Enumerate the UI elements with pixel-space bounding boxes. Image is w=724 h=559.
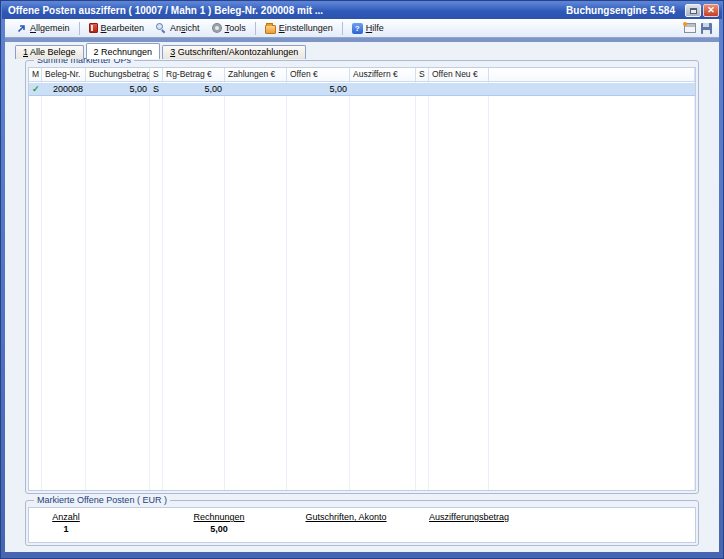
column-header-s2[interactable]: S — [416, 68, 429, 81]
tab-rechnungen[interactable]: 2 Rechnungen — [86, 43, 161, 59]
toolbar-button-einstellungen[interactable]: Einstellungen — [259, 22, 339, 35]
summary-auszifferungsbetrag-value — [417, 524, 521, 534]
save-icon[interactable] — [701, 23, 712, 34]
column-header-buchungsbetrag[interactable]: Buchungsbetrag € — [86, 68, 150, 81]
arrow-up-right-icon — [16, 23, 27, 34]
cell-offen: 5,00 — [287, 83, 350, 95]
cell-buchungsbetrag: 5,00 — [86, 83, 150, 95]
summary-gutschriften-akonto-value — [297, 524, 395, 534]
table-row-selected[interactable]: ✓ 200008 5,00 S 5,00 5,00 — [29, 83, 695, 96]
engine-version-label: Buchungsengine 5.584 — [566, 5, 675, 16]
column-header-rg-betrag[interactable]: Rg-Betrag € — [163, 68, 225, 81]
toolbar-button-tools[interactable]: Tools — [206, 22, 252, 34]
summary-groupbox-legend: Markierte Offene Posten ( EUR ) — [34, 495, 170, 505]
close-button[interactable]: ✕ — [703, 4, 719, 17]
title-bar: Offene Posten ausziffern ( 10007 / Mahn … — [2, 2, 722, 19]
restore-icon — [690, 8, 697, 14]
ops-groupbox: Summe markierter OPs M Beleg-Nr. Buchung… — [25, 60, 699, 494]
settings-folder-icon — [265, 25, 276, 34]
client-area: Allgemein Bearbeiten Ansicht Tools Einst… — [5, 19, 719, 552]
summary-anzahl: Anzahl 1 — [37, 512, 95, 534]
tab-gutschriften-akontozahlungen[interactable]: 3 Gutschriften/Akontozahlungen — [162, 45, 306, 59]
cell-zahlungen — [225, 83, 287, 95]
summary-gutschriften-akonto-label: Gutschriften, Akonto — [297, 512, 395, 522]
window-icon[interactable] — [684, 23, 696, 33]
ops-table-panel: M Beleg-Nr. Buchungsbetrag € S Rg-Betrag… — [28, 67, 696, 491]
summary-auszifferungsbetrag: Auszifferungsbetrag — [417, 512, 521, 534]
summary-anzahl-label: Anzahl — [37, 512, 95, 522]
column-header-s1[interactable]: S — [150, 68, 163, 81]
column-header-offen-neu[interactable]: Offen Neu € — [429, 68, 489, 81]
summary-rechnungen: Rechnungen 5,00 — [179, 512, 259, 534]
cell-s1: S — [150, 83, 163, 95]
summary-auszifferungsbetrag-label: Auszifferungsbetrag — [417, 512, 521, 522]
ops-table-header-row: M Beleg-Nr. Buchungsbetrag € S Rg-Betrag… — [29, 68, 695, 82]
summary-anzahl-value: 1 — [37, 524, 95, 534]
toolbar-button-allgemein[interactable]: Allgemein — [10, 22, 76, 35]
cell-ausziffern — [350, 83, 416, 95]
tab-strip: 1 Alle Belege 2 Rechnungen 3 Gutschrifte… — [5, 42, 719, 59]
column-header-zahlungen[interactable]: Zahlungen € — [225, 68, 287, 81]
window: Offene Posten ausziffern ( 10007 / Mahn … — [0, 0, 724, 559]
column-header-beleg-nr[interactable]: Beleg-Nr. — [42, 68, 86, 81]
tab-alle-belege[interactable]: 1 Alle Belege — [15, 45, 84, 59]
cell-offen-neu — [429, 83, 489, 95]
toolbar-separator — [255, 22, 256, 35]
toolbar-right-group — [684, 23, 714, 34]
ops-table: M Beleg-Nr. Buchungsbetrag € S Rg-Betrag… — [29, 68, 695, 490]
toolbar-separator — [79, 22, 80, 35]
column-header-filler — [489, 68, 695, 81]
toolbar-button-ansicht[interactable]: Ansicht — [150, 22, 206, 35]
summary-groupbox: Markierte Offene Posten ( EUR ) Anzahl 1… — [25, 500, 699, 546]
restore-button[interactable] — [685, 4, 701, 17]
cell-s2 — [416, 83, 429, 95]
summary-gutschriften-akonto: Gutschriften, Akonto — [297, 512, 395, 534]
toolbar-button-hilfe[interactable]: Hilfe — [346, 22, 390, 35]
column-header-offen[interactable]: Offen € — [287, 68, 350, 81]
ops-table-gridlines — [29, 68, 695, 490]
magnifier-icon — [156, 23, 167, 34]
summary-rechnungen-value: 5,00 — [179, 524, 259, 534]
gear-icon — [212, 23, 222, 33]
summary-rechnungen-label: Rechnungen — [179, 512, 259, 522]
check-icon: ✓ — [29, 83, 42, 95]
column-header-m[interactable]: M — [29, 68, 42, 81]
window-title: Offene Posten ausziffern ( 10007 / Mahn … — [8, 5, 566, 16]
toolbar-separator — [342, 22, 343, 35]
toolbar-button-bearbeiten[interactable]: Bearbeiten — [83, 22, 151, 34]
help-icon — [352, 23, 363, 34]
edit-book-icon — [89, 23, 98, 33]
column-header-ausziffern[interactable]: Ausziffern € — [350, 68, 416, 81]
cell-beleg-nr: 200008 — [42, 83, 86, 95]
cell-rg-betrag: 5,00 — [163, 83, 225, 95]
summary-panel: Anzahl 1 Rechnungen 5,00 Gutschriften, A… — [28, 507, 696, 543]
toolbar: Allgemein Bearbeiten Ansicht Tools Einst… — [5, 19, 719, 38]
